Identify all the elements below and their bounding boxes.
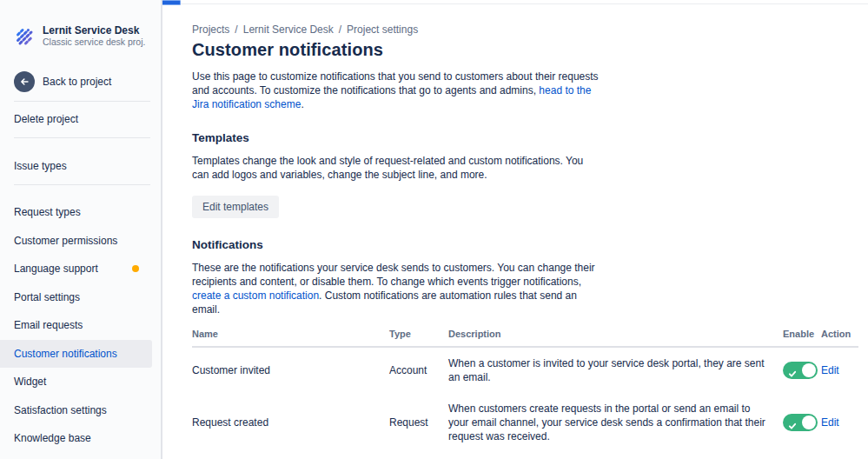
- sidebar-item-request-types[interactable]: Request types: [0, 198, 152, 227]
- notification-name: Request created: [192, 416, 389, 429]
- edit-templates-button[interactable]: Edit templates: [192, 196, 279, 218]
- breadcrumb-project-settings[interactable]: Project settings: [347, 23, 418, 36]
- project-settings-sidebar: Lernit Service Desk Classic service desk…: [0, 0, 162, 459]
- sidebar-item-issue-types[interactable]: Issue types: [0, 149, 161, 184]
- table-row-public-comment-added: Public comment added Request When a comm…: [192, 452, 858, 459]
- sidebar-item-label: Request types: [14, 206, 81, 218]
- templates-paragraph: Templates change the look and style of r…: [192, 154, 602, 182]
- breadcrumb-projects[interactable]: Projects: [192, 23, 229, 36]
- main-content: Projects/Lernit Service Desk/Project set…: [162, 0, 868, 459]
- notifications-table: Name Type Description Enable Action Cust…: [192, 329, 858, 459]
- back-to-project-button[interactable]: Back to project: [14, 71, 147, 92]
- column-header-type: Type: [389, 329, 448, 339]
- column-header-name: Name: [192, 329, 389, 339]
- breadcrumb-separator: /: [235, 23, 237, 36]
- breadcrumb-project-name[interactable]: Lernit Service Desk: [243, 23, 334, 36]
- enable-toggle-on[interactable]: [783, 414, 818, 431]
- enable-toggle-on[interactable]: [783, 362, 818, 379]
- sidebar-item-label: Customer permissions: [14, 235, 117, 247]
- intro-paragraph: Use this page to customize notifications…: [192, 70, 602, 111]
- sidebar-item-label: Email requests: [14, 319, 83, 331]
- column-header-description: Description: [448, 329, 783, 339]
- breadcrumb: Projects/Lernit Service Desk/Project set…: [192, 23, 858, 37]
- notifications-text: These are the notifications your service…: [192, 262, 595, 288]
- back-arrow-icon: [14, 71, 35, 92]
- sidebar-item-knowledge-base[interactable]: Knowledge base: [0, 424, 152, 453]
- notification-name: Customer invited: [192, 364, 389, 376]
- project-subtitle: Classic service desk proj...: [43, 37, 145, 48]
- table-row-customer-invited: Customer invited Account When a customer…: [192, 348, 858, 393]
- page-title: Customer notifications: [192, 40, 858, 60]
- edit-notification-link[interactable]: Edit: [821, 416, 858, 429]
- sidebar-item-label: Satisfaction settings: [14, 404, 107, 416]
- sidebar-item-label: Customer notifications: [14, 348, 117, 360]
- sidebar-divider: [14, 184, 150, 185]
- sidebar-item-satisfaction-settings[interactable]: Satisfaction settings: [0, 396, 152, 425]
- sidebar-nav-list: Request types Customer permissions Langu…: [0, 198, 161, 453]
- sidebar-item-label: Widget: [14, 376, 46, 388]
- notification-description: When a customer is invited to your servi…: [448, 356, 783, 384]
- sidebar-item-language-support[interactable]: Language support: [0, 255, 152, 283]
- sidebar-item-label: Knowledge base: [14, 432, 91, 444]
- check-icon: [788, 366, 797, 382]
- sidebar-item-email-requests[interactable]: Email requests: [0, 311, 152, 340]
- edit-notification-link[interactable]: Edit: [821, 364, 858, 376]
- sidebar-item-delete-project[interactable]: Delete project: [0, 102, 161, 137]
- project-title-block: Lernit Service Desk Classic service desk…: [43, 24, 145, 48]
- intro-text: Use this page to customize notifications…: [192, 70, 599, 96]
- notification-description: When customers create requests in the po…: [448, 402, 783, 443]
- project-avatar-icon: [14, 26, 35, 47]
- create-custom-notification-link[interactable]: create a custom notification: [192, 289, 319, 302]
- project-header: Lernit Service Desk Classic service desk…: [14, 24, 149, 48]
- intro-text-after: .: [301, 98, 303, 110]
- toggle-knob: [802, 363, 816, 377]
- check-icon: [788, 418, 797, 434]
- column-header-enable: Enable: [783, 329, 821, 339]
- back-to-project-label: Back to project: [43, 76, 111, 88]
- sidebar-item-widget[interactable]: Widget: [0, 368, 152, 396]
- templates-heading: Templates: [192, 131, 858, 144]
- notification-type: Account: [389, 364, 448, 376]
- notifications-heading: Notifications: [192, 238, 858, 251]
- sidebar-item-portal-settings[interactable]: Portal settings: [0, 283, 152, 312]
- toggle-knob: [802, 416, 816, 429]
- sidebar-item-label: Language support: [14, 263, 98, 275]
- table-header-row: Name Type Description Enable Action: [192, 329, 858, 348]
- project-name: Lernit Service Desk: [43, 24, 145, 37]
- breadcrumb-separator: /: [339, 23, 341, 36]
- notifications-paragraph: These are the notifications your service…: [192, 261, 602, 316]
- sidebar-item-customer-permissions[interactable]: Customer permissions: [0, 227, 152, 256]
- sidebar-item-label: Portal settings: [14, 291, 80, 303]
- notification-type: Request: [389, 416, 448, 429]
- table-row-request-created: Request created Request When customers c…: [192, 393, 858, 452]
- sidebar-item-customer-notifications[interactable]: Customer notifications: [0, 340, 152, 369]
- attention-badge-dot: [132, 265, 139, 272]
- column-header-action: Action: [821, 329, 858, 339]
